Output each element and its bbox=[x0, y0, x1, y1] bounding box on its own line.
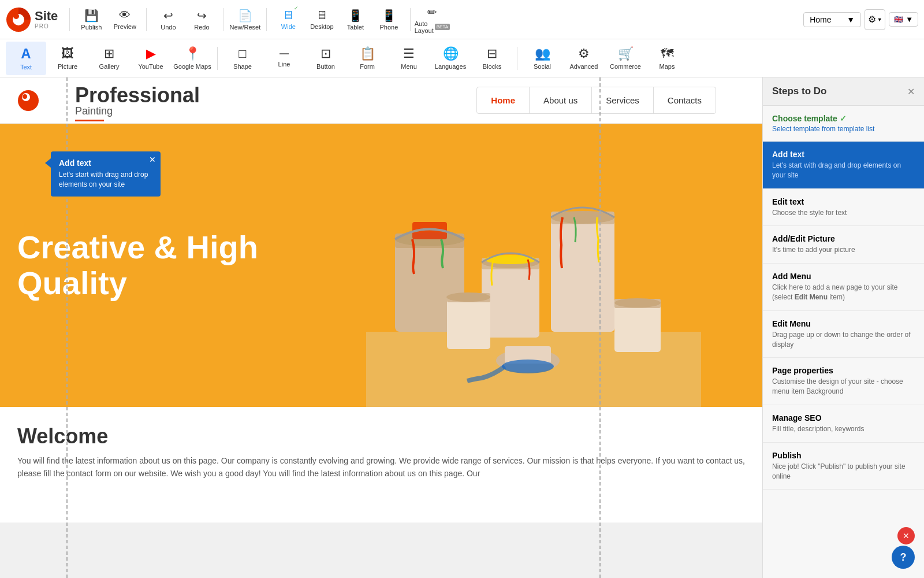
nav-home[interactable]: Home bbox=[477, 87, 530, 113]
redo-label: Redo bbox=[194, 24, 209, 31]
new-reset-icon: 📄 bbox=[238, 9, 252, 23]
preview-button[interactable]: 👁 Preview bbox=[109, 4, 140, 35]
site-nav: Home About us Services Contacts bbox=[476, 87, 716, 114]
youtube-label: YouTube bbox=[138, 63, 163, 70]
top-toolbar: Site PRO 💾 Publish 👁 Preview ↩ Undo ↪ Re… bbox=[0, 0, 924, 39]
tool-picture[interactable]: 🖼 Picture bbox=[47, 42, 88, 75]
logo-site-label: Site bbox=[35, 9, 58, 23]
tool-line[interactable]: — Line bbox=[264, 42, 304, 75]
publish-icon: 💾 bbox=[84, 9, 99, 23]
tooltip-title: Add text bbox=[59, 158, 152, 168]
languages-label: Languages bbox=[435, 63, 466, 70]
hero-text: Creative & High Quality bbox=[17, 229, 258, 301]
language-button[interactable]: 🇬🇧 ▼ bbox=[889, 12, 918, 27]
desktop-button[interactable]: 🖥 Desktop bbox=[306, 4, 337, 35]
page-name: Home bbox=[810, 15, 831, 24]
phone-icon: 📱 bbox=[382, 9, 396, 23]
add-text-tooltip: ✕ Add text Let's start with drag and dro… bbox=[51, 151, 161, 197]
step-add-edit-picture[interactable]: Add/Edit Picture It's time to add your p… bbox=[763, 226, 924, 264]
tool-social[interactable]: 👥 Social bbox=[522, 42, 562, 75]
tooltip-description: Let's start with drag and drop elements … bbox=[59, 170, 152, 190]
commerce-label: Commerce bbox=[610, 63, 641, 70]
step-add-menu[interactable]: Add Menu Click here to add a new page to… bbox=[763, 264, 924, 311]
step-add-text[interactable]: Add text Let's start with drag and drop … bbox=[763, 142, 924, 189]
wide-label: Wide bbox=[281, 23, 296, 30]
publish-label: Publish bbox=[81, 24, 102, 31]
redo-button[interactable]: ↪ Redo bbox=[186, 4, 217, 35]
advanced-label: Advanced bbox=[570, 63, 598, 70]
step-publish-desc: Nice job! Click "Publish" to publish you… bbox=[772, 462, 915, 481]
nav-services[interactable]: Services bbox=[592, 87, 654, 113]
phone-label: Phone bbox=[379, 24, 398, 31]
tool-maps[interactable]: 🗺 Maps bbox=[647, 42, 687, 75]
steps-title: Steps to Do bbox=[772, 86, 826, 97]
tool-text[interactable]: A Text bbox=[6, 42, 46, 75]
wide-icon: 🖥 ✓ bbox=[282, 9, 294, 22]
step-edit-menu[interactable]: Edit Menu Drag page up or down to change… bbox=[763, 311, 924, 358]
undo-label: Undo bbox=[161, 24, 176, 31]
tooltip-close-button[interactable]: ✕ bbox=[149, 155, 156, 164]
page-selector-area: Home ▼ ⚙ ▼ 🇬🇧 ▼ bbox=[803, 9, 918, 30]
tablet-button[interactable]: 📱 Tablet bbox=[340, 4, 371, 35]
tool-gallery[interactable]: ⊞ Gallery bbox=[89, 42, 129, 75]
tool-google-maps[interactable]: 📍 Google Maps bbox=[172, 42, 213, 75]
step-edit-text[interactable]: Edit text Choose the style for text bbox=[763, 189, 924, 227]
tool-commerce[interactable]: 🛒 Commerce bbox=[605, 42, 646, 75]
tool-menu[interactable]: ☰ Menu bbox=[389, 42, 429, 75]
auto-layout-button[interactable]: ✏ Auto Layout BETA bbox=[416, 4, 448, 35]
social-icon: 👥 bbox=[535, 46, 550, 61]
step-add-menu-title: Add Menu bbox=[772, 272, 915, 281]
tool-blocks[interactable]: ⊟ Blocks bbox=[472, 42, 512, 75]
step-publish[interactable]: Publish Nice job! Click "Publish" to pub… bbox=[763, 443, 924, 490]
tool-form[interactable]: 📋 Form bbox=[347, 42, 388, 75]
nav-about[interactable]: About us bbox=[530, 87, 592, 113]
button-label: Button bbox=[316, 63, 335, 70]
step-choose-template[interactable]: Choose template ✓ Select template from t… bbox=[763, 106, 924, 142]
paint-buckets-svg bbox=[366, 124, 701, 407]
hero-title-line1: Creative & High bbox=[17, 229, 258, 265]
steps-close-button[interactable]: ✕ bbox=[907, 86, 915, 97]
line-label: Line bbox=[278, 61, 290, 68]
menu-icon: ☰ bbox=[403, 46, 415, 61]
svg-point-3 bbox=[18, 90, 39, 111]
languages-icon: 🌐 bbox=[443, 46, 459, 61]
picture-label: Picture bbox=[58, 63, 77, 70]
shape-label: Shape bbox=[233, 63, 252, 70]
phone-button[interactable]: 📱 Phone bbox=[373, 4, 404, 35]
svg-point-26 bbox=[502, 360, 554, 373]
step-manage-seo[interactable]: Manage SEO Fill title, description, keyw… bbox=[763, 405, 924, 443]
help-button[interactable]: ? bbox=[892, 546, 915, 569]
shape-icon: □ bbox=[239, 46, 246, 61]
preview-label: Preview bbox=[114, 23, 136, 30]
step-edit-menu-desc: Drag page up or down to change the order… bbox=[772, 330, 915, 350]
beta-badge: BETA bbox=[435, 24, 450, 30]
tool-youtube[interactable]: ▶ YouTube bbox=[131, 42, 171, 75]
flag-icon: 🇬🇧 bbox=[894, 15, 903, 24]
step-page-properties[interactable]: Page properties Customise the design of … bbox=[763, 358, 924, 405]
guide-line-right bbox=[599, 77, 601, 578]
tablet-icon: 📱 bbox=[348, 9, 363, 23]
svg-point-23 bbox=[614, 298, 661, 307]
hero-image bbox=[305, 124, 762, 407]
tool-languages[interactable]: 🌐 Languages bbox=[430, 42, 471, 75]
advanced-icon: ⚙ bbox=[578, 46, 590, 61]
new-reset-button[interactable]: 📄 New/Reset bbox=[229, 4, 260, 35]
tool-button[interactable]: ⊡ Button bbox=[305, 42, 346, 75]
divider-1 bbox=[69, 8, 70, 31]
settings-button[interactable]: ⚙ ▼ bbox=[865, 9, 885, 30]
page-dropdown[interactable]: Home ▼ bbox=[803, 12, 861, 27]
line-icon: — bbox=[280, 49, 289, 59]
hero-title-line2: Quality bbox=[17, 265, 127, 301]
close-help-button[interactable]: ✕ bbox=[897, 527, 915, 544]
welcome-title: Welcome bbox=[17, 424, 745, 449]
logo-icon bbox=[6, 7, 31, 32]
site-logo bbox=[17, 90, 39, 112]
undo-button[interactable]: ↩ Undo bbox=[152, 4, 184, 35]
wide-button[interactable]: 🖥 ✓ Wide bbox=[273, 4, 304, 35]
tool-shape[interactable]: □ Shape bbox=[222, 42, 263, 75]
step-manage-seo-title: Manage SEO bbox=[772, 413, 915, 423]
tool-advanced[interactable]: ⚙ Advanced bbox=[564, 42, 604, 75]
step-check-icon: ✓ bbox=[840, 114, 847, 123]
nav-contacts[interactable]: Contacts bbox=[654, 87, 716, 113]
publish-button[interactable]: 💾 Publish bbox=[76, 4, 107, 35]
